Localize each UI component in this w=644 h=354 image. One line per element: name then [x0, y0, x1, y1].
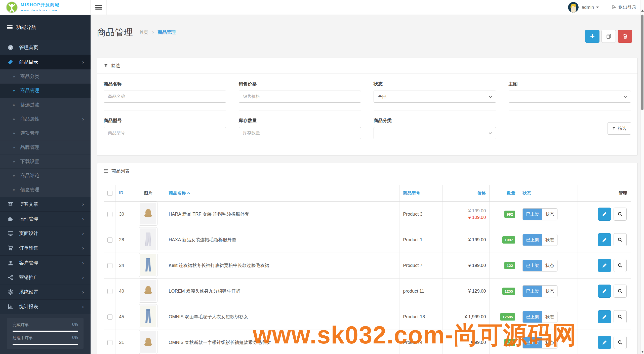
sidebar-subitem-reviews[interactable]: » 商品评论 [0, 169, 91, 183]
sidebar-item-marketing[interactable]: 营销推广 › [0, 270, 91, 285]
site-watermark: www.sk032.com-尚可源码网 [253, 319, 577, 352]
avatar[interactable] [568, 2, 579, 13]
sidebar-subitem-downloads[interactable]: » 下载设置 [0, 154, 91, 169]
edit-button[interactable] [598, 336, 611, 349]
main-image-select[interactable] [509, 91, 631, 103]
row-checkbox[interactable] [107, 212, 112, 217]
add-product-button[interactable] [585, 30, 599, 43]
brand-text: MISHOP开源商城 www.damicms.com [21, 3, 60, 12]
model-label: 商品型号 [104, 117, 226, 124]
column-id[interactable]: ID [115, 185, 131, 201]
view-button[interactable] [614, 233, 627, 246]
row-checkbox[interactable] [107, 263, 112, 268]
edit-button[interactable] [598, 285, 611, 298]
sidebar-item-dashboard[interactable]: 管理首页 [0, 40, 91, 55]
copy-icon [606, 33, 612, 39]
product-image[interactable] [139, 330, 157, 354]
sidebar-item-page-design[interactable]: 页面设计 › [0, 226, 91, 241]
sidebar-subitem-information[interactable]: » 信息管理 [0, 183, 91, 197]
chevron-right-icon: › [82, 60, 84, 65]
product-image[interactable] [139, 279, 157, 303]
stock-input[interactable] [239, 127, 361, 139]
sidebar-subitem-label: 商品管理 [20, 87, 39, 94]
breadcrumb-home[interactable]: 首页 [139, 30, 148, 35]
status-off-label[interactable]: 状态 [542, 209, 557, 220]
sidebar-toggle-button[interactable] [91, 0, 107, 15]
view-button[interactable] [614, 208, 627, 221]
status-select[interactable]: 全部 [374, 91, 496, 103]
column-price[interactable]: 价格 [442, 185, 490, 201]
column-model[interactable]: 商品型号 [399, 185, 442, 201]
magnifier-icon [617, 237, 623, 243]
edit-button[interactable] [598, 259, 611, 272]
view-button[interactable] [614, 310, 627, 323]
view-button[interactable] [614, 285, 627, 298]
sidebar-subitem-attributes[interactable]: » 商品属性 › [0, 112, 91, 126]
select-all-checkbox[interactable] [107, 191, 112, 196]
scroll-up-arrow-icon[interactable] [641, 10, 644, 12]
status-on-label[interactable]: 已上架 [523, 286, 542, 297]
status-on-label[interactable]: 已上架 [523, 260, 542, 271]
product-image[interactable] [139, 304, 157, 328]
sidebar-subitem-options[interactable]: » 选项管理 [0, 126, 91, 140]
sidebar-item-blog[interactable]: 博客文章 › [0, 197, 91, 212]
funnel-icon [612, 127, 616, 130]
status-on-label[interactable]: 已上架 [523, 209, 542, 220]
sidebar-item-orders[interactable]: 订单销售 › [0, 241, 91, 256]
column-qty[interactable]: 数量 [490, 185, 519, 201]
row-checkbox[interactable] [107, 314, 112, 320]
delete-product-button[interactable] [618, 30, 632, 43]
view-button[interactable] [614, 336, 627, 349]
product-image[interactable] [139, 227, 157, 251]
product-image[interactable] [139, 202, 157, 226]
status-toggle[interactable]: 已上架状态 [522, 234, 557, 246]
edit-button[interactable] [598, 208, 611, 221]
page-header: 商品管理 首页 › 商品管理 [91, 15, 644, 58]
product-name: HARA 新品 TRF 女装 连帽毛领棉服外套 [165, 201, 399, 227]
sale-price-input[interactable] [239, 91, 361, 103]
column-status[interactable]: 状态 [519, 185, 578, 201]
breadcrumb-current[interactable]: 商品管理 [158, 30, 176, 35]
status-toggle[interactable]: 已上架状态 [522, 285, 557, 297]
sidebar-item-catalog[interactable]: 商品目录 › [0, 55, 91, 69]
status-off-label[interactable]: 状态 [542, 286, 557, 297]
category-select[interactable] [374, 127, 496, 139]
scrollbar-thumb[interactable] [641, 15, 643, 110]
row-checkbox[interactable] [107, 238, 112, 243]
row-checkbox[interactable] [107, 289, 112, 294]
filter-submit-button[interactable]: 筛选 [608, 122, 631, 135]
field-filter-button: 筛选 [509, 117, 631, 147]
brand-logo[interactable]: MISHOP开源商城 www.damicms.com [0, 0, 91, 15]
page-scrollbar[interactable] [640, 0, 644, 354]
price: ¥ 129.00 [446, 288, 486, 294]
angle-double-right-icon: » [13, 74, 15, 79]
logout-button[interactable]: 退出登录 [611, 4, 636, 10]
sidebar-item-settings[interactable]: 系统设置 › [0, 285, 91, 299]
sidebar-item-reports[interactable]: 统计报表 › [0, 300, 91, 314]
edit-button[interactable] [598, 233, 611, 246]
sidebar-subitem-products[interactable]: » 商品管理 [0, 84, 91, 98]
model-input[interactable] [104, 127, 226, 139]
product-name-input[interactable] [104, 91, 226, 103]
status-off-label[interactable]: 状态 [542, 260, 557, 271]
sidebar-subitem-categories[interactable]: » 商品分类 [0, 69, 91, 84]
sidebar-subitem-filters[interactable]: » 筛选过滤 [0, 98, 91, 112]
category-label: 商品分类 [374, 117, 496, 124]
user-menu-caret-icon[interactable] [596, 7, 599, 8]
scroll-down-arrow-icon[interactable] [641, 351, 644, 353]
column-name[interactable]: 商品名称 [165, 185, 399, 201]
status-off-label[interactable]: 状态 [542, 234, 557, 246]
view-button[interactable] [614, 259, 627, 272]
username[interactable]: admin [582, 5, 594, 10]
status-toggle[interactable]: 已上架状态 [522, 208, 557, 220]
sidebar-subitem-brands[interactable]: » 品牌管理 [0, 140, 91, 154]
product-image[interactable] [139, 253, 157, 277]
status-toggle[interactable]: 已上架状态 [522, 260, 557, 271]
copy-product-button[interactable] [601, 30, 616, 43]
sidebar-item-plugins[interactable]: 插件管理 › [0, 212, 91, 226]
status-on-label[interactable]: 已上架 [523, 234, 542, 246]
edit-button[interactable] [598, 310, 611, 323]
sidebar-item-customers[interactable]: 客户管理 › [0, 256, 91, 270]
chevron-right-icon: › [82, 304, 84, 309]
row-checkbox[interactable] [107, 340, 112, 345]
